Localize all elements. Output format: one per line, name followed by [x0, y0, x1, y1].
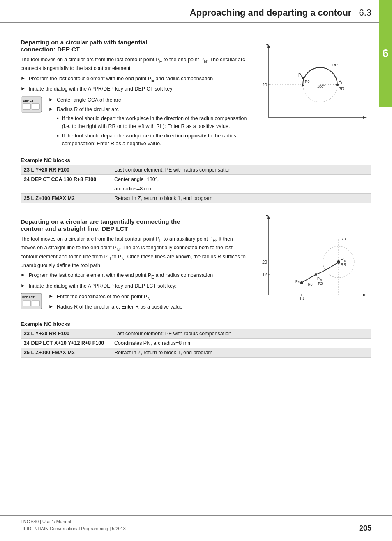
svg-line-46: [302, 274, 316, 283]
sub-bullet-1: ■ If the tool should depart the workpiec…: [57, 115, 248, 130]
section1-body: The tool moves on a circular arc from th…: [21, 56, 248, 72]
sk-text-1: Center angle CCA of the arc: [57, 96, 121, 104]
section1-nc-label: Example NC blocks: [21, 157, 371, 163]
svg-text:PH: PH: [317, 276, 322, 281]
footer-left: TNC 640 | User's Manual HEIDENHAIN Conve…: [21, 518, 126, 533]
s2-sk-bullet-1: ► Enter the coordinates of the end point…: [48, 293, 248, 302]
section2-nc-label: Example NC blocks: [21, 321, 371, 327]
svg-text:20: 20: [262, 260, 267, 265]
sk-text-2: Radius R of the circular arc: [57, 106, 119, 114]
section2-nc-table: 23 L Y+20 RR F100 Last contour element: …: [21, 329, 371, 358]
nc-desc-2: Center angle=180°,: [111, 175, 371, 184]
section1-diagram: X Y 20 PE: [256, 31, 371, 152]
svg-text:DEP LCT: DEP LCT: [22, 296, 35, 299]
s2-nc-code-2: 24 DEP LCT X+10 Y+12 R+8 F100: [21, 339, 111, 348]
dep-ct-softkey-svg: DEP CT: [21, 96, 42, 113]
sub-text-1: If the tool should depart the workpiece …: [62, 115, 248, 130]
section1-title: Departing on a circular path with tangen…: [21, 39, 248, 53]
svg-text:Y: Y: [265, 215, 269, 219]
svg-rect-3: [32, 104, 39, 109]
s2-nc-desc-2: Coordinates PN, arc radius=8 mm: [111, 339, 371, 348]
section1-nc-section: Example NC blocks 23 L Y+20 RR F100 Last…: [21, 157, 371, 203]
main-content: Departing on a circular path with tangen…: [0, 23, 392, 373]
footer-line1: TNC 640 | User's Manual: [21, 518, 126, 526]
footer-line2: HEIDENHAIN Conversational Programming | …: [21, 525, 126, 533]
section2-body: The tool moves on a circular arc from th…: [21, 235, 248, 269]
section1-softkey-items: ► Center angle CCA of the arc ► Radius R…: [48, 96, 248, 149]
section1-softkey-block: DEP CT ► Center angle CCA of the arc ►: [21, 96, 248, 149]
nc-code-2: 24 DEP CT CCA 180 R+8 F100: [21, 175, 111, 184]
sk-arrow-1: ►: [48, 97, 53, 102]
nc-row-1: 23 L Y+20 RR F100 Last contour element: …: [21, 165, 371, 175]
svg-text:R0: R0: [305, 79, 310, 84]
s2-nc-desc-3: Retract in Z, return to block 1, end pro…: [111, 348, 371, 358]
sub-bullet-2: ■ If the tool should depart the workpiec…: [57, 132, 248, 148]
section2-nc-section: Example NC blocks 23 L Y+20 RR F100 Last…: [21, 321, 371, 358]
s2-nc-row-2: 24 DEP LCT X+10 Y+12 R+8 F100 Coordinate…: [21, 339, 371, 348]
svg-text:12: 12: [262, 272, 267, 277]
nc-code-4: 25 L Z+100 FMAX M2: [21, 194, 111, 203]
nc-code-1: 23 L Y+20 RR F100: [21, 165, 111, 175]
section1-layout: Departing on a circular path with tangen…: [21, 31, 371, 152]
section2-text: Departing on a circular arc tangentially…: [21, 211, 248, 316]
nc-desc-4: Retract in Z, return to block 1, end pro…: [111, 194, 371, 203]
section2-softkey-items: ► Enter the coordinates of the end point…: [48, 293, 248, 313]
svg-text:X: X: [367, 114, 367, 121]
page: 6 Approaching and departing a contour 6.…: [0, 0, 392, 541]
sub-sq-1: ■: [57, 116, 59, 120]
svg-marker-6: [363, 116, 367, 119]
page-header-section: 6.3: [359, 7, 371, 18]
footer-page-number: 205: [359, 524, 371, 533]
bullet-text-2: Initiate the dialog with the APPR/DEP ke…: [29, 85, 174, 93]
sk-bullet-1: ► Center angle CCA of the arc: [48, 96, 248, 104]
bullet-text-1: Program the last contour element with th…: [29, 75, 213, 84]
nc-code-3: [21, 184, 111, 194]
svg-rect-27: [32, 300, 39, 306]
s2-nc-row-3: 25 L Z+100 FMAX M2 Retract in Z, return …: [21, 348, 371, 358]
svg-text:PN: PN: [298, 73, 304, 78]
svg-text:X: X: [367, 292, 367, 298]
section2-softkey-block: DEP LCT ► Enter the coordinates of the e…: [21, 293, 248, 313]
svg-text:R0: R0: [308, 282, 313, 286]
page-header-title: Approaching and departing a contour: [21, 7, 351, 18]
sk-arrow-2: ►: [48, 106, 53, 112]
nc-desc-1: Last contour element: PE with radius com…: [111, 165, 371, 175]
svg-text:RR: RR: [332, 63, 338, 67]
nc-row-4: 25 L Z+100 FMAX M2 Retract in Z, return …: [21, 194, 371, 203]
section1-nc-table: 23 L Y+20 RR F100 Last contour element: …: [21, 165, 371, 203]
s2-nc-code-3: 25 L Z+100 FMAX M2: [21, 348, 111, 358]
nc-desc-3: arc radius=8 mm: [111, 184, 371, 194]
svg-text:PE: PE: [341, 257, 346, 262]
side-tab-number: 6: [382, 47, 389, 60]
section1-softkey-img: DEP CT: [21, 96, 42, 113]
bullet-item-2: ► Initiate the dialog with the APPR/DEP …: [21, 85, 248, 93]
sk-bullet-2: ► Radius R of the circular arc: [48, 106, 248, 114]
section2-softkey-img: DEP LCT: [21, 293, 42, 309]
bullet-arrow-1: ►: [21, 75, 25, 81]
section2-diagram: X Y 20 12 10 PE RR RR: [256, 211, 371, 316]
svg-text:RR: RR: [339, 86, 344, 91]
sub-bullet-list-1: ■ If the tool should depart the workpiec…: [57, 115, 248, 147]
s2-text-2: Initiate the dialog with the APPR/DEP ke…: [29, 282, 177, 290]
s2-sk-arrow-2: ►: [48, 304, 53, 309]
svg-text:10: 10: [299, 296, 304, 301]
svg-text:20: 20: [262, 82, 267, 87]
s2-sk-arrow-1: ►: [48, 293, 53, 299]
sub-sq-2: ■: [57, 134, 59, 137]
section2-bullets: ► Program the last contour element with …: [21, 272, 248, 290]
s2-sk-bullet-2: ► Radius R of the circular arc. Enter R …: [48, 303, 248, 311]
bullet-item-1: ► Program the last contour element with …: [21, 75, 248, 84]
svg-text:PN: PN: [295, 279, 300, 284]
svg-point-50: [300, 281, 303, 284]
s2-arrow-2: ►: [21, 283, 25, 288]
svg-rect-26: [23, 300, 30, 306]
svg-text:Y: Y: [265, 44, 269, 48]
svg-text:RR: RR: [341, 237, 346, 241]
page-footer: TNC 640 | User's Manual HEIDENHAIN Conve…: [0, 515, 392, 533]
s2-bullet-2: ► Initiate the dialog with the APPR/DEP …: [21, 282, 248, 290]
s2-nc-desc-1: Last contour element: PE with radius com…: [111, 329, 371, 339]
side-tab: 6: [379, 0, 392, 107]
diagram1-svg: X Y 20 PE: [256, 44, 367, 126]
nc-row-2: 24 DEP CT CCA 180 R+8 F100 Center angle=…: [21, 175, 371, 184]
diagram2-svg: X Y 20 12 10 PE RR RR: [256, 215, 367, 305]
